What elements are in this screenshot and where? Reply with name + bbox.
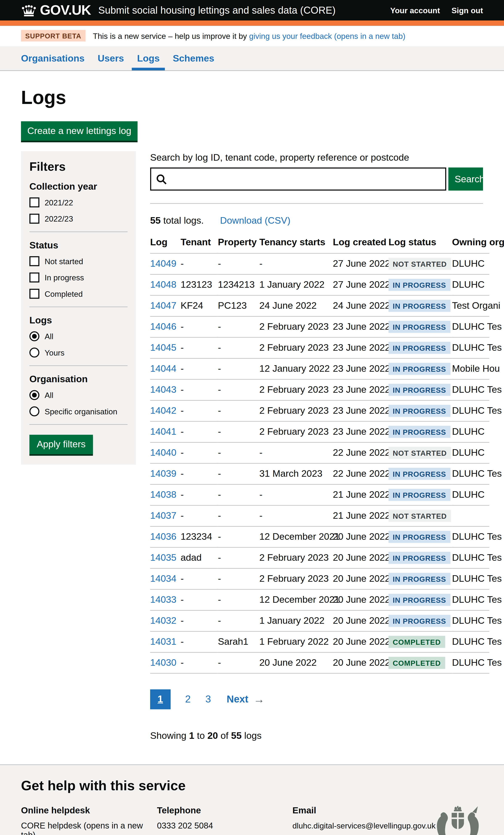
log-id-link[interactable]: 14041 — [150, 426, 176, 437]
log-id-link[interactable]: 14046 — [150, 321, 176, 332]
pagination-current-page[interactable]: 1 — [150, 690, 170, 709]
pagination-page-2[interactable]: 2 — [185, 694, 190, 705]
table-row: 14044--12 January 202223 June 2022IN PRO… — [150, 358, 489, 379]
cell-tenancy-starts: 2 February 2023 — [259, 337, 333, 358]
cell-log-created: 23 June 2022 — [333, 358, 388, 379]
log-id-link[interactable]: 14032 — [150, 615, 176, 626]
core-helpdesk-link[interactable]: CORE helpdesk (opens in a new tab) — [21, 821, 143, 835]
filter-group-collection-year: Collection year 2021/22 2022/23 — [29, 181, 128, 224]
cell-owning-organisation: DLUHC — [452, 253, 489, 274]
radio-organisation-all[interactable] — [29, 390, 39, 400]
log-id-link[interactable]: 14030 — [150, 657, 176, 668]
cell-log-status: IN PROGRESS — [388, 337, 452, 358]
cell-tenancy-starts: 24 June 2022 — [259, 295, 333, 316]
log-id-link[interactable]: 14039 — [150, 468, 176, 479]
checkbox-not-started[interactable] — [29, 256, 39, 266]
cell-tenancy-starts: - — [259, 484, 333, 505]
cell-log-status: IN PROGRESS — [388, 379, 452, 400]
radio-logs-yours[interactable] — [29, 348, 39, 358]
filter-group-organisation: Organisation All Specific organisation — [29, 374, 128, 416]
filters-heading: Filters — [29, 160, 128, 174]
create-lettings-log-button[interactable]: Create a new lettings log — [21, 121, 138, 141]
log-id-link[interactable]: 14048 — [150, 279, 176, 290]
status-badge: NOT STARTED — [388, 258, 451, 270]
cell-tenant: - — [181, 337, 218, 358]
cell-log: 14042 — [150, 400, 181, 421]
filter-legend: Organisation — [29, 374, 128, 385]
service-name-link[interactable]: Submit social housing lettings and sales… — [98, 4, 390, 16]
cell-tenant: - — [181, 316, 218, 337]
cell-tenant: 123234 — [181, 526, 218, 547]
table-row: 14042--2 February 202323 June 2022IN PRO… — [150, 400, 489, 421]
showing-to: 20 — [207, 730, 218, 741]
log-id-link[interactable]: 14040 — [150, 447, 176, 458]
checkbox-completed[interactable] — [29, 289, 39, 299]
nav-item-logs[interactable]: Logs — [132, 46, 165, 70]
log-id-link[interactable]: 14034 — [150, 573, 176, 584]
cell-log-status: IN PROGRESS — [388, 400, 452, 421]
nav-item-organisations[interactable]: Organisations — [21, 46, 85, 70]
cell-owning-organisation: DLUHC Tes — [452, 526, 489, 547]
cell-log: 14041 — [150, 421, 181, 442]
cell-log-status: COMPLETED — [388, 631, 452, 652]
footer-heading: Get help with this service — [21, 778, 483, 794]
govuk-logo[interactable]: GOV.UK — [21, 2, 91, 19]
logs-table: Log Tenant Property Tenancy starts Log c… — [150, 234, 489, 674]
cell-log-created: 21 June 2022 — [333, 505, 388, 526]
checkbox-2022-23[interactable] — [29, 214, 39, 224]
col-tenant: Tenant — [181, 234, 218, 253]
log-id-link[interactable]: 14043 — [150, 384, 176, 395]
cell-log: 14031 — [150, 631, 181, 652]
search-input[interactable] — [151, 169, 445, 190]
cell-owning-organisation: DLUHC Tes — [452, 652, 489, 673]
cell-owning-organisation: DLUHC Tes — [452, 568, 489, 589]
cell-tenant: - — [181, 400, 218, 421]
log-id-link[interactable]: 14036 — [150, 531, 176, 542]
radio-organisation-specific[interactable] — [29, 406, 39, 416]
cell-property: - — [218, 379, 260, 400]
feedback-link[interactable]: giving us your feedback (opens in a new … — [249, 31, 405, 40]
apply-filters-button[interactable]: Apply filters — [29, 435, 93, 454]
log-id-link[interactable]: 14044 — [150, 363, 176, 374]
cell-property: - — [218, 421, 260, 442]
account-nav: Your account Sign out — [390, 6, 483, 15]
cell-log-created: 20 June 2022 — [333, 652, 388, 673]
cell-property: - — [218, 400, 260, 421]
arrow-right-icon: → — [254, 693, 265, 706]
cell-property: - — [218, 610, 260, 631]
log-id-link[interactable]: 14042 — [150, 405, 176, 416]
filter-group-status: Status Not started In progress Completed — [29, 240, 128, 299]
pagination-next-link[interactable]: Next — [227, 694, 248, 705]
download-csv-link[interactable]: Download (CSV) — [220, 215, 290, 226]
cell-log: 14039 — [150, 463, 181, 484]
log-id-link[interactable]: 14037 — [150, 510, 176, 521]
radio-logs-all[interactable] — [29, 331, 39, 342]
cell-log-created: 23 June 2022 — [333, 421, 388, 442]
filter-group-logs: Logs All Yours — [29, 315, 128, 358]
log-id-link[interactable]: 14031 — [150, 636, 176, 647]
pagination-page-3[interactable]: 3 — [205, 694, 211, 705]
checkbox-in-progress[interactable] — [29, 272, 39, 283]
cell-log-created: 22 June 2022 — [333, 442, 388, 463]
nav-item-schemes[interactable]: Schemes — [173, 46, 215, 70]
your-account-link[interactable]: Your account — [390, 6, 440, 15]
log-id-link[interactable]: 14045 — [150, 342, 176, 353]
log-id-link[interactable]: 14047 — [150, 300, 176, 311]
cell-property: - — [218, 547, 260, 568]
log-id-link[interactable]: 14033 — [150, 594, 176, 605]
search-button[interactable]: Search — [448, 168, 483, 191]
log-id-link[interactable]: 14038 — [150, 489, 176, 500]
checkbox-2021-22[interactable] — [29, 198, 39, 207]
showing-suffix: logs — [242, 730, 261, 741]
nav-item-users[interactable]: Users — [98, 46, 124, 70]
showing-prefix: Showing — [150, 730, 189, 741]
cell-tenant: - — [181, 253, 218, 274]
filter-divider — [29, 232, 128, 232]
sign-out-link[interactable]: Sign out — [451, 6, 483, 15]
cell-log: 14049 — [150, 253, 181, 274]
log-id-link[interactable]: 14035 — [150, 552, 176, 563]
filter-legend: Collection year — [29, 181, 128, 192]
email-address-link[interactable]: dluhc.digital-services@levellingup.gov.u… — [293, 821, 436, 830]
cell-log-created: 23 June 2022 — [333, 379, 388, 400]
log-id-link[interactable]: 14049 — [150, 258, 176, 269]
